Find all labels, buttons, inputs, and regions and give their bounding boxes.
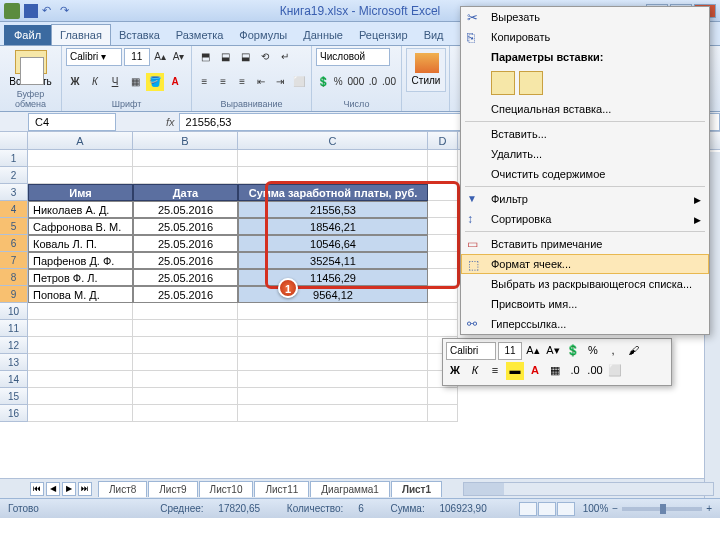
align-center-icon[interactable]: ≡ <box>215 73 232 91</box>
row-header[interactable]: 6 <box>0 235 28 252</box>
cell[interactable] <box>238 320 428 337</box>
paste-option-1-icon[interactable] <box>491 71 515 95</box>
horizontal-scrollbar[interactable] <box>463 482 714 496</box>
dec-decimal-icon[interactable]: .00 <box>381 73 397 91</box>
tab-nav-first-icon[interactable]: ⏮ <box>30 482 44 496</box>
cm-delete[interactable]: Удалить... <box>461 144 709 164</box>
mini-fill-color-icon[interactable]: ▬ <box>506 362 524 380</box>
cell-sum[interactable]: 21556,53 <box>238 201 428 218</box>
cell[interactable] <box>428 303 458 320</box>
row-header[interactable]: 9 <box>0 286 28 303</box>
select-all-corner[interactable] <box>0 132 28 149</box>
cell[interactable] <box>28 388 133 405</box>
row-header[interactable]: 2 <box>0 167 28 184</box>
row-header[interactable]: 1 <box>0 150 28 167</box>
cell[interactable] <box>428 388 458 405</box>
cell[interactable] <box>133 388 238 405</box>
cell-date[interactable]: 25.05.2016 <box>133 201 238 218</box>
cell[interactable] <box>133 371 238 388</box>
align-left-icon[interactable]: ≡ <box>196 73 213 91</box>
undo-icon[interactable]: ↶ <box>42 4 56 18</box>
underline-button[interactable]: Ч <box>106 73 124 91</box>
sheet-tab[interactable]: Лист1 <box>391 481 442 497</box>
row-header[interactable]: 5 <box>0 218 28 235</box>
cm-sort[interactable]: Сортировка▶ <box>461 209 709 229</box>
tab-nav-last-icon[interactable]: ⏭ <box>78 482 92 496</box>
cell[interactable] <box>428 405 458 422</box>
row-header[interactable]: 12 <box>0 337 28 354</box>
cell-name[interactable]: Коваль Л. П. <box>28 235 133 252</box>
orientation-icon[interactable]: ⟲ <box>256 48 274 66</box>
tab-data[interactable]: Данные <box>295 25 351 45</box>
view-pagebreak-icon[interactable] <box>557 502 575 516</box>
col-header-a[interactable]: A <box>28 132 133 149</box>
cm-format-cells[interactable]: Формат ячеек... <box>461 254 709 274</box>
row-header[interactable]: 11 <box>0 320 28 337</box>
mini-merge-icon[interactable]: ⬜ <box>606 362 624 380</box>
mini-bold-button[interactable]: Ж <box>446 362 464 380</box>
cell-date[interactable]: 25.05.2016 <box>133 286 238 303</box>
header-sum[interactable]: Сумма заработной платы, руб. <box>238 184 428 201</box>
italic-button[interactable]: К <box>86 73 104 91</box>
bold-button[interactable]: Ж <box>66 73 84 91</box>
header-date[interactable]: Дата <box>133 184 238 201</box>
fill-color-button[interactable]: 🪣 <box>146 73 164 91</box>
sheet-tab[interactable]: Лист10 <box>199 481 254 497</box>
row-header[interactable]: 15 <box>0 388 28 405</box>
grow-font-icon[interactable]: A▴ <box>152 48 169 66</box>
cell-name[interactable]: Сафронова В. М. <box>28 218 133 235</box>
mini-comma-icon[interactable]: , <box>604 342 622 360</box>
col-header-c[interactable]: C <box>238 132 428 149</box>
align-top-icon[interactable]: ⬒ <box>196 48 214 66</box>
wrap-text-icon[interactable]: ↵ <box>276 48 294 66</box>
cell[interactable] <box>28 354 133 371</box>
tab-nav-prev-icon[interactable]: ◀ <box>46 482 60 496</box>
cell-sum[interactable]: 35254,11 <box>238 252 428 269</box>
cell-sum[interactable]: 9564,12 <box>238 286 428 303</box>
cell-date[interactable]: 25.05.2016 <box>133 269 238 286</box>
cell[interactable] <box>238 303 428 320</box>
shrink-font-icon[interactable]: A▾ <box>170 48 187 66</box>
percent-icon[interactable]: % <box>332 73 345 91</box>
border-button[interactable]: ▦ <box>126 73 144 91</box>
zoom-out-icon[interactable]: − <box>612 503 618 514</box>
sheet-tab[interactable]: Лист11 <box>254 481 309 497</box>
mini-grow-font-icon[interactable]: A▴ <box>524 342 542 360</box>
cm-insert-comment[interactable]: Вставить примечание <box>461 234 709 254</box>
cm-pick-from-list[interactable]: Выбрать из раскрывающегося списка... <box>461 274 709 294</box>
row-header[interactable]: 4 <box>0 201 28 218</box>
view-normal-icon[interactable] <box>519 502 537 516</box>
mini-border-icon[interactable]: ▦ <box>546 362 564 380</box>
tab-insert[interactable]: Вставка <box>111 25 168 45</box>
align-right-icon[interactable]: ≡ <box>234 73 251 91</box>
cell[interactable] <box>238 405 428 422</box>
mini-dec-decimal-icon[interactable]: .00 <box>586 362 604 380</box>
cell[interactable] <box>428 167 458 184</box>
tab-layout[interactable]: Разметка <box>168 25 232 45</box>
mini-percent-icon[interactable]: % <box>584 342 602 360</box>
cell[interactable] <box>133 337 238 354</box>
cell-name[interactable]: Петров Ф. Л. <box>28 269 133 286</box>
tab-view[interactable]: Вид <box>416 25 452 45</box>
row-header[interactable]: 3 <box>0 184 28 201</box>
cell[interactable] <box>133 150 238 167</box>
cell[interactable] <box>28 320 133 337</box>
cell-date[interactable]: 25.05.2016 <box>133 252 238 269</box>
cell[interactable] <box>28 337 133 354</box>
font-color-button[interactable]: A <box>166 73 184 91</box>
cell[interactable] <box>238 167 428 184</box>
col-header-b[interactable]: B <box>133 132 238 149</box>
cell-date[interactable]: 25.05.2016 <box>133 218 238 235</box>
cell[interactable] <box>428 235 458 252</box>
zoom-slider[interactable] <box>622 507 702 511</box>
cm-filter[interactable]: Фильтр▶ <box>461 189 709 209</box>
cell[interactable] <box>133 320 238 337</box>
cell[interactable] <box>428 184 458 201</box>
cell[interactable] <box>428 218 458 235</box>
mini-size-select[interactable]: 11 <box>498 342 522 360</box>
indent-dec-icon[interactable]: ⇤ <box>252 73 269 91</box>
currency-icon[interactable]: 💲 <box>316 73 330 91</box>
cell[interactable] <box>28 167 133 184</box>
cell[interactable] <box>28 405 133 422</box>
tab-review[interactable]: Рецензир <box>351 25 416 45</box>
